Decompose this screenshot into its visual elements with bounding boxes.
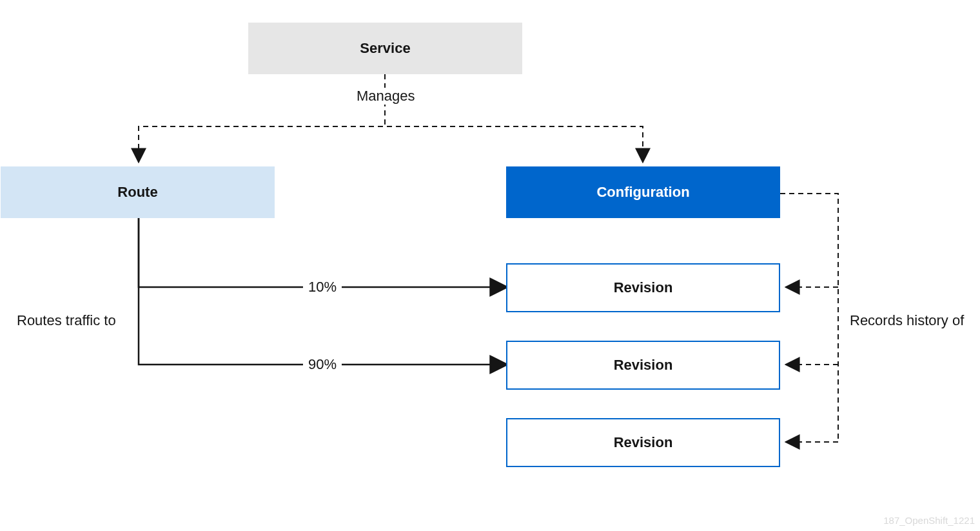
revision-node-2: Revision <box>506 341 780 390</box>
edge-service-to-route <box>139 74 385 161</box>
service-label: Service <box>360 40 410 57</box>
route-label: Route <box>117 184 157 201</box>
revision2-label: Revision <box>614 357 673 374</box>
configuration-label: Configuration <box>596 184 689 201</box>
records-history-label: Records history of <box>846 312 980 329</box>
revision3-label: Revision <box>614 434 673 451</box>
edge-service-to-configuration <box>385 74 643 161</box>
manages-label: Manages <box>353 88 417 105</box>
revision1-label: Revision <box>614 279 673 296</box>
watermark-text: 187_OpenShift_1221 <box>883 515 975 526</box>
split-90-label: 90% <box>303 356 342 373</box>
routes-traffic-label: Routes traffic to <box>13 312 135 329</box>
service-node: Service <box>248 23 522 74</box>
configuration-node: Configuration <box>506 166 780 218</box>
diagram-connectors <box>0 0 980 531</box>
revision-node-3: Revision <box>506 418 780 467</box>
edge-config-records-trunk <box>780 194 838 442</box>
route-node: Route <box>1 166 275 218</box>
split-10-label: 10% <box>303 279 342 296</box>
revision-node-1: Revision <box>506 263 780 312</box>
edge-route-to-revision1 <box>139 216 506 287</box>
